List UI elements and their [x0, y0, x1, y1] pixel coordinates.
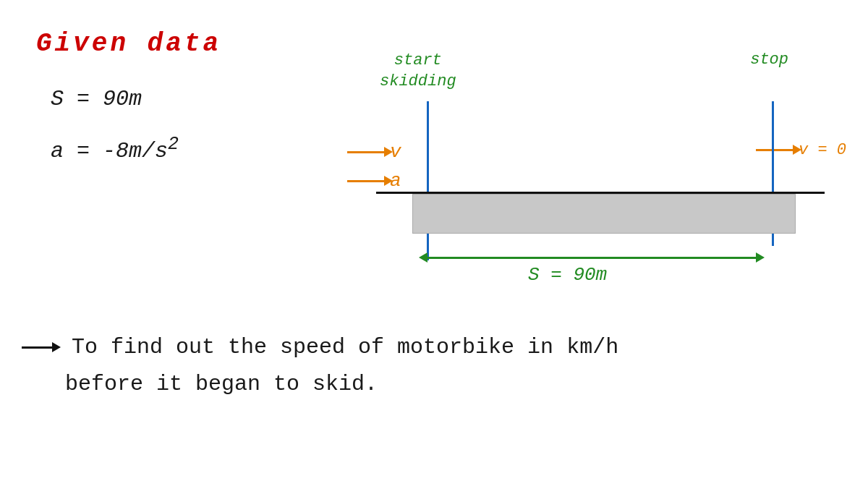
- given-a-text: a = -8m/s: [51, 139, 168, 163]
- diagram: start skidding stop v a v = 0: [304, 36, 832, 311]
- given-a-sup: 2: [168, 134, 179, 155]
- bottom-text: To find out the speed of motorbike in km…: [22, 329, 618, 403]
- bottom-line2-text: before it began to skid.: [65, 372, 378, 396]
- distance-label: S = 90m: [528, 264, 607, 286]
- arrow-a-start: a: [347, 170, 401, 192]
- arrow-v-stop-line: [756, 149, 796, 151]
- given-data-title: Given data: [36, 29, 221, 59]
- arrow-a-line: [347, 180, 387, 182]
- arrow-v-stop: v = 0: [756, 141, 846, 159]
- bottom-line2: before it began to skid.: [22, 366, 618, 403]
- page: Given data S = 90m a = -8m/s2 start skid…: [0, 0, 868, 481]
- label-start-skidding: start skidding: [380, 51, 456, 92]
- given-a-value: a = -8m/s2: [51, 134, 179, 163]
- label-start-line2: skidding: [380, 72, 456, 90]
- arrow-v-line: [347, 151, 387, 153]
- bottom-line1: To find out the speed of motorbike in km…: [22, 329, 618, 366]
- distance-arrow: [425, 257, 758, 259]
- bottom-line1-text: To find out the speed of motorbike in km…: [72, 335, 618, 359]
- road-rect: [412, 194, 796, 234]
- given-s-value: S = 90m: [51, 87, 142, 111]
- label-start-line1: start: [394, 51, 442, 69]
- arrow-v-stop-label: v = 0: [799, 141, 846, 159]
- arrow-v-start: v: [347, 141, 401, 163]
- arrow-right-icon: [22, 346, 54, 349]
- vline-start: [427, 101, 429, 260]
- label-stop: stop: [750, 51, 788, 69]
